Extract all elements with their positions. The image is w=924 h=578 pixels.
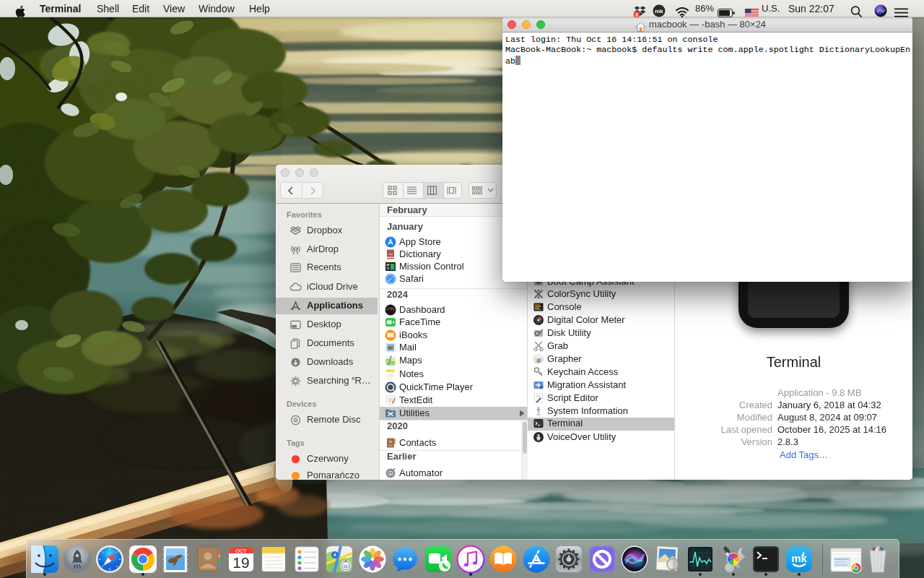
svg-text:Aa: Aa — [388, 252, 393, 256]
svg-text:6: 6 — [635, 12, 638, 17]
svg-text:OCT: OCT — [236, 548, 248, 553]
svg-text:mk: mk — [791, 552, 807, 564]
svg-text:19: 19 — [232, 554, 249, 571]
svg-text:3D: 3D — [343, 564, 349, 569]
svg-text:mk: mk — [655, 8, 663, 14]
